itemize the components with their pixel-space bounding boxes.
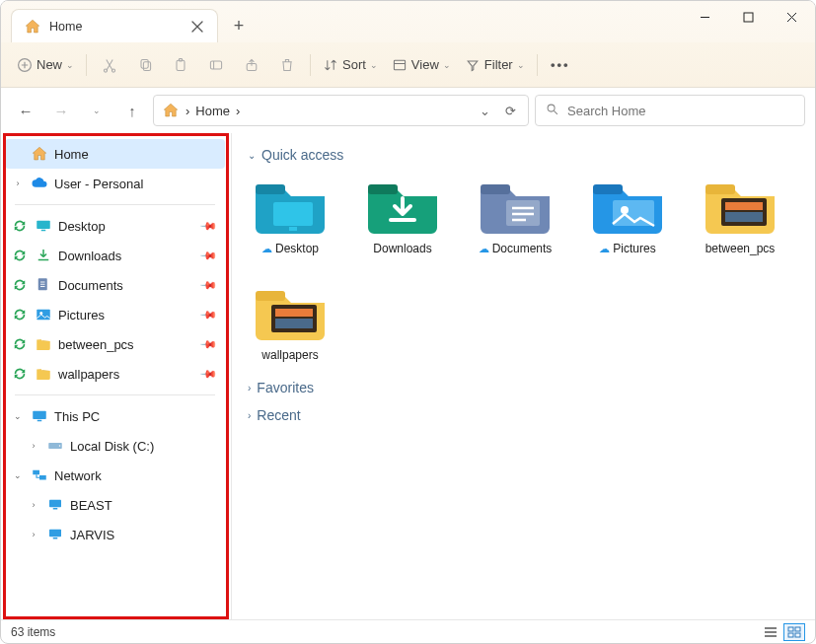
sync-icon — [11, 335, 29, 353]
computer-icon — [46, 526, 64, 543]
maximize-button[interactable] — [726, 1, 770, 33]
svg-rect-10 — [394, 60, 405, 70]
share-button[interactable] — [235, 50, 268, 80]
svg-rect-17 — [33, 411, 46, 419]
quick-access-item[interactable]: ☁Desktop — [252, 175, 329, 255]
collapse-icon[interactable]: ⌄ — [11, 470, 25, 480]
sidebar-item-thispc[interactable]: ⌄ This PC — [5, 401, 225, 431]
breadcrumb-sep: › — [236, 104, 240, 118]
section-favorites[interactable]: › Favorites — [248, 380, 799, 395]
close-window-button[interactable] — [770, 1, 813, 33]
chevron-down-icon[interactable]: ⌄ — [475, 104, 494, 118]
svg-rect-27 — [256, 184, 285, 194]
sidebar-item-label: Local Disk (C:) — [70, 439, 154, 454]
pin-icon: 📌 — [198, 246, 217, 264]
sidebar-item-pinned[interactable]: Documents📌 — [5, 270, 225, 300]
sidebar-item-computer[interactable]: › JARVIS — [5, 520, 225, 549]
new-tab-button[interactable]: + — [224, 11, 254, 40]
filter-button-label: Filter — [484, 57, 513, 72]
sidebar-item-pinned[interactable]: between_pcs📌 — [5, 329, 225, 359]
sidebar-item-network[interactable]: ⌄ Network — [5, 461, 225, 490]
sort-button[interactable]: Sort ⌄ — [317, 50, 384, 80]
svg-rect-15 — [37, 310, 50, 321]
collapse-icon[interactable]: ⌄ — [11, 411, 25, 421]
chevron-right-icon: › — [248, 410, 251, 421]
pictures-icon — [35, 306, 52, 323]
sidebar-item-pinned[interactable]: Pictures📌 — [5, 300, 225, 329]
sidebar-item-pinned[interactable]: Desktop📌 — [5, 211, 225, 241]
address-row: ← → ⌄ ↑ › Home › ⌄ ⟳ — [1, 88, 815, 133]
minimize-button[interactable] — [683, 1, 726, 33]
separator — [15, 394, 215, 395]
new-button[interactable]: New ⌄ — [11, 50, 80, 80]
item-count: 63 items — [11, 625, 55, 639]
details-view-button[interactable] — [760, 623, 781, 641]
chevron-down-icon: ⌄ — [370, 60, 378, 70]
close-tab-button[interactable] — [189, 19, 205, 35]
section-recent[interactable]: › Recent — [248, 407, 799, 423]
expand-icon[interactable]: › — [27, 500, 40, 510]
pin-icon: 📌 — [198, 305, 217, 323]
sidebar-item-drive[interactable]: › Local Disk (C:) — [5, 431, 225, 461]
svg-rect-0 — [744, 13, 753, 22]
sidebar-item-label: Documents — [58, 278, 123, 293]
section-quick-access[interactable]: ⌄ Quick access — [248, 147, 799, 163]
file-explorer-window: Home + New ⌄ Sort ⌄ — [0, 0, 816, 644]
more-button[interactable]: ••• — [544, 50, 577, 80]
cut-button[interactable] — [93, 50, 126, 80]
back-button[interactable]: ← — [11, 96, 40, 125]
search-box[interactable] — [535, 95, 805, 126]
delete-button[interactable] — [270, 50, 304, 80]
new-button-label: New — [37, 57, 62, 72]
expand-icon[interactable]: › — [11, 179, 25, 188]
up-button[interactable]: ↑ — [117, 96, 147, 125]
chevron-down-icon: ⌄ — [443, 60, 451, 70]
rename-button[interactable] — [199, 50, 233, 80]
expand-icon[interactable]: › — [27, 530, 40, 539]
pin-icon: 📌 — [198, 364, 217, 383]
breadcrumb-sep: › — [185, 104, 189, 118]
quick-access-item[interactable]: between_pcs — [702, 175, 779, 255]
sidebar-item-label: wallpapers — [58, 367, 119, 382]
address-bar[interactable]: › Home › ⌄ ⟳ — [153, 95, 529, 126]
icons-view-button[interactable] — [783, 623, 805, 641]
svg-rect-30 — [368, 184, 398, 194]
sidebar-item-onedrive[interactable]: › User - Personal — [5, 169, 225, 198]
svg-rect-26 — [53, 537, 58, 539]
sync-icon — [11, 276, 29, 294]
svg-rect-46 — [788, 633, 793, 637]
chevron-right-icon: › — [248, 383, 251, 394]
sidebar-item-home[interactable]: Home — [5, 139, 225, 169]
sidebar-item-label: Pictures — [58, 308, 105, 322]
status-bar: 63 items — [1, 619, 815, 643]
sidebar-item-pinned[interactable]: wallpapers📌 — [5, 359, 225, 389]
sync-icon — [11, 217, 29, 235]
svg-rect-45 — [795, 627, 800, 631]
sidebar-item-computer[interactable]: › BEAST — [5, 490, 225, 520]
view-button[interactable]: View ⌄ — [386, 50, 457, 80]
quick-access-item[interactable]: ☁Pictures — [589, 175, 666, 255]
navigation-pane: Home › User - Personal Desktop📌Downloads… — [1, 133, 232, 619]
forward-button[interactable]: → — [46, 96, 76, 125]
quick-access-item[interactable]: ☁Documents — [477, 175, 554, 255]
item-label: ☁Documents — [479, 242, 553, 255]
svg-point-11 — [548, 105, 555, 111]
refresh-button[interactable]: ⟳ — [500, 104, 520, 118]
breadcrumb-seg[interactable]: Home — [195, 104, 230, 118]
sidebar-item-label: JARVIS — [70, 528, 114, 542]
expand-icon[interactable]: › — [27, 441, 40, 451]
quick-access-item[interactable]: wallpapers — [252, 281, 329, 362]
recent-locations-button[interactable]: ⌄ — [82, 96, 111, 125]
sidebar-item-label: Downloads — [58, 249, 121, 263]
tab-home[interactable]: Home — [11, 9, 218, 42]
svg-rect-31 — [481, 184, 510, 194]
downloads-icon — [35, 247, 52, 264]
home-icon — [24, 18, 41, 36]
filter-button[interactable]: Filter ⌄ — [459, 50, 531, 80]
sidebar-item-pinned[interactable]: Downloads📌 — [5, 241, 225, 270]
search-input[interactable] — [567, 104, 794, 118]
chevron-down-icon: ⌄ — [248, 150, 256, 161]
copy-button[interactable] — [128, 50, 162, 80]
quick-access-item[interactable]: Downloads — [364, 175, 441, 255]
paste-button[interactable] — [164, 50, 197, 80]
